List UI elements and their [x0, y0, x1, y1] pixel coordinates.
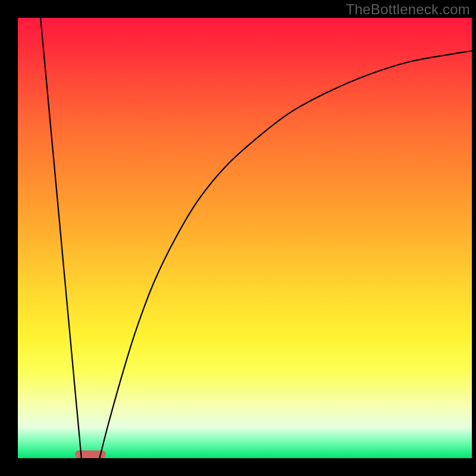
plot-area — [18, 18, 472, 458]
watermark-text: TheBottleneck.com — [346, 1, 470, 18]
optimal-point-marker — [75, 450, 106, 458]
heat-gradient-background — [18, 18, 472, 458]
chart-frame: TheBottleneck.com — [0, 0, 476, 476]
